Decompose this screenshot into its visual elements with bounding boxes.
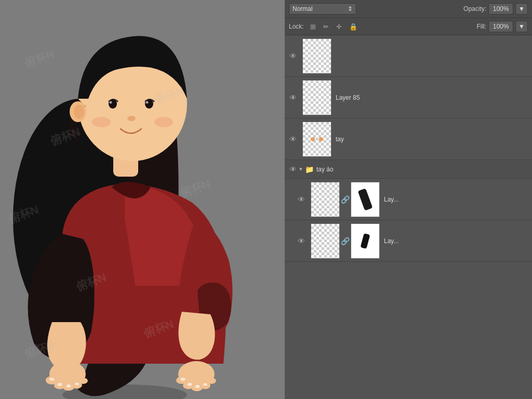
svg-point-21 [110,101,112,104]
opacity-dropdown[interactable]: ▼ [515,3,528,15]
blend-mode-label: Normal [292,5,313,12]
link-icon: 🔗 [341,195,350,204]
layers-panel: Normal ⇕ Opacity: 100% ▼ Lock: ⊞ ✏ ✛ 🔒 F… [285,0,532,399]
layer-thumbnail-wrap: 🔗 [311,182,380,217]
visibility-toggle[interactable]: 👁 [288,52,298,60]
blend-mode-dropdown[interactable]: Normal ⇕ [289,3,356,15]
fill-label: Fill: [476,23,486,30]
group-expand-icon[interactable]: ▼ [298,166,303,172]
svg-point-28 [66,384,71,388]
layer-thumbnail [311,223,340,259]
thumb-stroke-small [361,233,370,249]
opacity-group: Opacity: 100% ▼ [463,3,528,15]
lock-label: Lock: [289,23,304,30]
folder-icon: 📁 [305,165,314,174]
layer-thumbnail [311,182,340,217]
svg-point-24 [92,117,111,127]
layer-name: Layer 85 [336,94,529,101]
lock-transparency-btn[interactable]: ⊞ [308,22,318,32]
toolbar-row: Normal ⇕ Opacity: 100% ▼ [285,0,532,18]
fill-dropdown[interactable]: ▼ [515,21,528,32]
layer-name: tay áo [316,166,529,173]
opacity-input[interactable]: 100% [488,3,513,15]
layers-list[interactable]: 👁 👁 Layer 85 👁 [285,35,532,399]
lock-paint-btn[interactable]: ✏ [321,22,331,32]
layer-group-header[interactable]: 👁 ▼ 📁 tay áo [285,160,532,179]
layer-thumbnail [302,80,331,115]
svg-point-19 [109,99,117,109]
layer-name: tay [336,136,529,143]
svg-point-29 [75,383,79,385]
svg-point-20 [145,99,153,109]
layer-thumbnail-wrap [302,38,331,74]
thumb-dot [319,137,323,141]
svg-point-15 [207,378,216,384]
fill-group: Fill: 100% ▼ [476,21,528,32]
link-icon: 🔗 [341,237,350,245]
opacity-label: Opacity: [463,5,486,12]
lock-icons: ⊞ ✏ ✛ 🔒 [308,22,360,32]
layer-mask-thumbnail [351,223,380,259]
visibility-toggle[interactable]: 👁 [296,237,307,245]
layer-name: Lay... [384,237,529,245]
visibility-toggle[interactable]: 👁 [288,165,298,174]
svg-point-9 [78,378,88,384]
canvas-area: 俯杯N 俯杯N 俯杯N 俯杯N 俯杯N 俯杯N 俯杯N 俯杯N [0,0,285,399]
layer-mask-thumbnail [351,182,380,217]
layer-thumbnail-wrap [302,80,331,115]
svg-point-22 [146,101,149,104]
svg-point-31 [188,383,192,386]
visibility-toggle[interactable]: 👁 [288,135,298,143]
layer-thumbnail [302,122,331,157]
lock-all-btn[interactable]: 🔒 [347,22,360,32]
blend-mode-arrow: ⇕ [348,5,353,12]
svg-point-27 [58,383,62,386]
layer-item[interactable]: 👁 Layer 85 [285,77,532,118]
layer-thumbnail-wrap [302,122,331,157]
svg-point-33 [203,383,207,386]
layer-item[interactable]: 👁 🔗 Lay... [285,179,532,220]
fill-input[interactable]: 100% [488,21,513,32]
thumb-dots [311,137,323,141]
layer-name: Lay... [384,196,529,203]
svg-point-18 [74,104,84,119]
svg-point-32 [195,385,200,388]
svg-point-23 [127,116,136,121]
layer-thumbnail [302,38,331,74]
lock-move-btn[interactable]: ✛ [334,22,344,32]
layer-item[interactable]: 👁 🔗 Lay... [285,220,532,262]
lock-row: Lock: ⊞ ✏ ✛ 🔒 Fill: 100% ▼ [285,18,532,35]
layer-thumbnail-wrap: 🔗 [311,223,380,259]
svg-point-26 [49,378,55,381]
thumb-dot [311,137,315,141]
thumb-stroke [358,188,373,210]
svg-point-30 [181,378,185,381]
layer-item[interactable]: 👁 [285,35,532,77]
visibility-toggle[interactable]: 👁 [296,195,307,204]
svg-point-25 [154,117,173,127]
layer-item[interactable]: 👁 tay [285,118,532,160]
visibility-toggle[interactable]: 👁 [288,94,298,102]
